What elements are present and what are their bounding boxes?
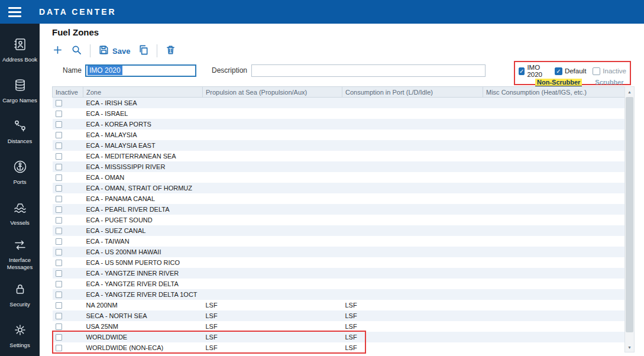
page-title: Fuel Zones: [52, 27, 99, 37]
table-row[interactable]: ECA - KOREA PORTS: [53, 119, 625, 130]
row-inactive-checkbox[interactable]: [56, 228, 62, 234]
delete-icon: [165, 44, 176, 58]
copy-button[interactable]: [138, 44, 149, 58]
vertical-scrollbar[interactable]: ▲ ▼: [624, 86, 635, 352]
row-consumption-cell: [342, 247, 483, 257]
row-propulsion-cell: [203, 193, 342, 204]
row-inactive-cell: [53, 215, 83, 225]
sidebar-item-address-book[interactable]: Address Book: [0, 30, 40, 70]
table-row[interactable]: WORLDWIDE (NON-ECA) LSF LSF: [53, 342, 625, 353]
row-inactive-checkbox[interactable]: [56, 196, 62, 202]
row-inactive-checkbox[interactable]: [56, 185, 62, 192]
row-inactive-checkbox[interactable]: [56, 323, 62, 330]
row-inactive-checkbox[interactable]: [56, 260, 62, 266]
table-row[interactable]: NA 200NM LSF LSF: [53, 300, 625, 310]
table-row[interactable]: ECA - PANAMA CANAL: [53, 193, 625, 204]
app-title: DATA CENTER: [39, 7, 116, 17]
sidebar-item-ports[interactable]: Ports: [0, 152, 40, 193]
row-consumption-cell: [342, 215, 483, 225]
row-misc-cell: [483, 257, 625, 268]
row-inactive-checkbox[interactable]: [56, 313, 62, 319]
table-row[interactable]: ECA - ISRAEL: [53, 108, 625, 119]
add-button[interactable]: [52, 44, 63, 58]
default-checkbox[interactable]: ✓ Default: [555, 67, 586, 75]
row-consumption-cell: LSF: [342, 332, 483, 342]
row-inactive-checkbox[interactable]: [56, 153, 62, 160]
row-zone-cell: ECA - MALAYSIA EAST: [83, 140, 203, 151]
inactive-checkbox[interactable]: Inactive: [593, 67, 626, 75]
table-row[interactable]: WORLDWIDE LSF LSF: [53, 332, 625, 342]
table-row[interactable]: ECA - OMAN, STRAIT OF HORMUZ: [53, 183, 625, 193]
table-row[interactable]: ECA - MEDITERRANEAN SEA: [53, 151, 625, 161]
table-row[interactable]: ECA - PUGET SOUND: [53, 215, 625, 225]
scrollbar-thumb[interactable]: [626, 97, 633, 332]
row-propulsion-cell: [203, 225, 342, 236]
tab-non-scrubber[interactable]: Non-Scrubber: [535, 79, 582, 87]
menu-icon[interactable]: [8, 5, 32, 20]
main-content: Fuel Zones Save Name IMO 2020 Descriptio…: [40, 24, 644, 356]
row-inactive-checkbox[interactable]: [56, 281, 62, 287]
column-header-misc[interactable]: Misc Consumption (Heat/IGS, etc.): [483, 87, 625, 98]
row-inactive-checkbox[interactable]: [56, 270, 62, 277]
table-row[interactable]: ECA - OMAN: [53, 172, 625, 183]
scroll-up-icon[interactable]: ▲: [625, 87, 634, 96]
table-row[interactable]: ECA - YANGTZE RIVER DELTA 1OCT: [53, 289, 625, 300]
row-inactive-checkbox[interactable]: [56, 302, 62, 309]
table-row[interactable]: ECA - TAIWAN: [53, 236, 625, 247]
row-inactive-checkbox[interactable]: [56, 143, 62, 149]
table-row[interactable]: ECA - SUEZ CANAL: [53, 225, 625, 236]
table-row[interactable]: ECA - PEARL RIVER DELTA: [53, 204, 625, 215]
column-header-inactive[interactable]: Inactive: [53, 87, 83, 98]
row-inactive-checkbox[interactable]: [56, 174, 62, 181]
row-misc-cell: [483, 236, 625, 247]
table-row[interactable]: USA 25NM LSF LSF: [53, 321, 625, 332]
sidebar-item-security[interactable]: Security: [0, 274, 40, 315]
search-button[interactable]: [71, 44, 82, 58]
sidebar-item-settings[interactable]: Settings: [0, 315, 40, 356]
row-inactive-checkbox[interactable]: [56, 206, 62, 213]
delete-button[interactable]: [165, 44, 176, 58]
description-input[interactable]: [251, 64, 486, 77]
table-row[interactable]: ECA - YANGTZE RIVER DELTA: [53, 279, 625, 289]
scroll-down-icon[interactable]: ▼: [625, 342, 634, 352]
column-header-zone[interactable]: Zone: [83, 87, 203, 98]
sidebar-item-cargo-names[interactable]: Cargo Names: [0, 70, 40, 111]
sidebar-item-label: Interface Messages: [0, 257, 40, 271]
row-inactive-checkbox[interactable]: [56, 249, 62, 255]
row-inactive-cell: [53, 321, 83, 332]
name-input-value: IMO 2020: [88, 66, 122, 75]
table-row[interactable]: ECA - US 50NM PUERTO RICO: [53, 257, 625, 268]
column-header-consumption[interactable]: Consumption in Port (L/D/Idle): [342, 87, 483, 98]
row-inactive-cell: [53, 172, 83, 183]
table-header-row: Inactive Zone Propulsion at Sea (Propuls…: [53, 87, 625, 98]
table-row[interactable]: ECA - MALAYSIA EAST: [53, 140, 625, 151]
sidebar-item-interface-messages[interactable]: Interface Messages: [0, 234, 40, 274]
row-inactive-checkbox[interactable]: [56, 132, 62, 138]
row-inactive-checkbox[interactable]: [56, 100, 62, 106]
sidebar-item-distances[interactable]: Distances: [0, 111, 40, 152]
column-header-propulsion[interactable]: Propulsion at Sea (Propulsion/Aux): [203, 87, 342, 98]
name-input[interactable]: IMO 2020: [85, 64, 196, 77]
save-button[interactable]: Save: [98, 44, 130, 58]
row-inactive-checkbox[interactable]: [56, 217, 62, 224]
sidebar-item-vessels[interactable]: Vessels: [0, 193, 40, 234]
table-row[interactable]: ECA - MISSISSIPPI RIVER: [53, 161, 625, 172]
row-propulsion-cell: LSF: [203, 321, 342, 332]
row-misc-cell: [483, 204, 625, 215]
table-row[interactable]: ECA - US 200NM HAWAII: [53, 247, 625, 257]
row-inactive-checkbox[interactable]: [56, 164, 62, 170]
row-inactive-checkbox[interactable]: [56, 111, 62, 117]
checkbox-label: IMO 2020: [527, 64, 548, 78]
table-row[interactable]: ECA - IRISH SEA: [53, 98, 625, 108]
tab-scrubber[interactable]: Scrubber: [595, 79, 623, 87]
table-row[interactable]: ECA - YANGTZE INNER RIVER: [53, 268, 625, 279]
table-row[interactable]: SECA - NORTH SEA LSF LSF: [53, 310, 625, 321]
table-row[interactable]: ECA - MALAYSIA: [53, 130, 625, 140]
row-inactive-checkbox[interactable]: [56, 121, 62, 128]
imo-2020-checkbox[interactable]: ✓ IMO 2020: [519, 64, 548, 78]
row-inactive-checkbox[interactable]: [56, 345, 62, 351]
row-zone-cell: ECA - PUGET SOUND: [83, 215, 203, 225]
row-inactive-checkbox[interactable]: [56, 292, 62, 298]
row-inactive-checkbox[interactable]: [56, 334, 62, 341]
row-inactive-checkbox[interactable]: [56, 238, 62, 245]
